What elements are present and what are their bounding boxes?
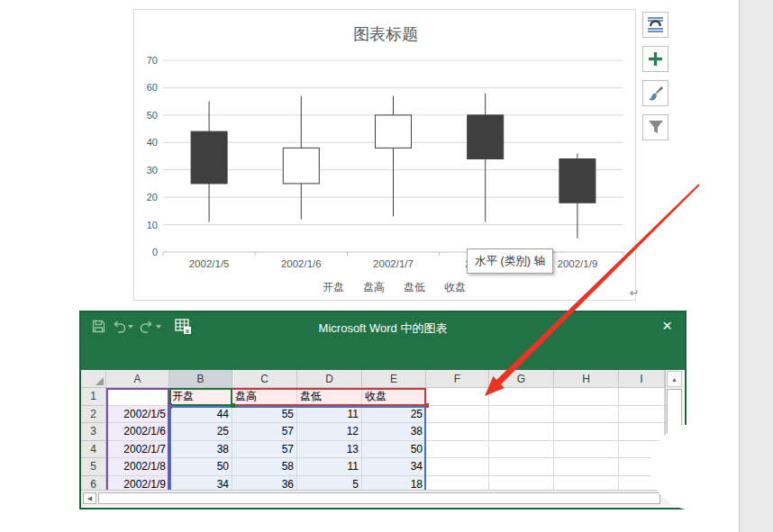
column-header-G[interactable]: G: [489, 370, 554, 388]
cell[interactable]: 2002/1/9: [106, 476, 169, 491]
y-tick-label[interactable]: 40: [147, 137, 158, 148]
cell[interactable]: [426, 406, 489, 424]
cell[interactable]: [554, 406, 619, 424]
scroll-up-icon[interactable]: ▲: [667, 371, 682, 387]
legend-item[interactable]: 收盘: [444, 281, 466, 293]
cell[interactable]: 36: [232, 476, 297, 491]
excel-window-titlebar[interactable]: x Microsoft Word 中的图表 ×: [81, 312, 685, 370]
cell[interactable]: 收盘: [362, 388, 426, 406]
cell[interactable]: 44: [169, 406, 232, 424]
layout-options-button[interactable]: [642, 12, 668, 38]
cell[interactable]: 55: [232, 406, 297, 424]
cell[interactable]: [106, 388, 169, 406]
cell[interactable]: 58: [232, 458, 297, 476]
cell[interactable]: 盘高: [232, 388, 297, 406]
y-tick-label[interactable]: 10: [147, 220, 158, 230]
cell[interactable]: [426, 458, 489, 476]
cell[interactable]: 盘低: [297, 388, 362, 406]
legend-item[interactable]: 开盘: [323, 281, 344, 293]
y-tick-label[interactable]: 50: [147, 110, 158, 121]
chart-object-frame[interactable]: 图表标题0102030405060702002/1/52002/1/62002/…: [133, 9, 636, 301]
cell[interactable]: 5: [297, 476, 362, 491]
column-header-H[interactable]: H: [554, 370, 619, 388]
column-header-D[interactable]: D: [297, 370, 362, 388]
cell[interactable]: [426, 388, 489, 406]
cell[interactable]: [489, 423, 554, 441]
cell[interactable]: [619, 406, 665, 424]
horizontal-scroll-thumb[interactable]: [98, 492, 660, 504]
cell[interactable]: 11: [297, 406, 362, 424]
cell[interactable]: [554, 441, 619, 459]
cell[interactable]: [426, 423, 489, 441]
legend-item[interactable]: 盘低: [404, 281, 425, 293]
y-tick-label[interactable]: 0: [152, 247, 158, 257]
cell[interactable]: [554, 388, 619, 406]
cell[interactable]: [489, 406, 554, 424]
row-header-6[interactable]: 6: [81, 476, 106, 491]
select-all-cell[interactable]: [81, 370, 106, 388]
y-tick-label[interactable]: 30: [147, 165, 158, 176]
chart-styles-button[interactable]: [642, 80, 668, 106]
cell[interactable]: [554, 458, 619, 476]
legend-item[interactable]: 盘高: [363, 281, 385, 293]
cell[interactable]: [554, 423, 619, 441]
x-tick-label[interactable]: 2002/1/9: [558, 258, 598, 269]
cell[interactable]: 2002/1/6: [106, 423, 169, 441]
spreadsheet-grid[interactable]: ABCDEFGHI1开盘盘高盘低收盘22002/1/54455112532002…: [81, 370, 685, 490]
cell[interactable]: [426, 441, 489, 459]
cell[interactable]: 57: [232, 423, 297, 441]
cell[interactable]: 34: [169, 476, 232, 491]
row-header-5[interactable]: 5: [81, 458, 106, 476]
cell[interactable]: 2002/1/8: [106, 458, 169, 476]
column-header-A[interactable]: A: [106, 370, 169, 388]
row-header-1[interactable]: 1: [81, 388, 106, 406]
cell[interactable]: 34: [362, 458, 426, 476]
cell[interactable]: [426, 476, 489, 491]
cell[interactable]: 57: [232, 441, 297, 459]
x-tick-label[interactable]: 2002/1/6: [281, 258, 322, 269]
column-header-C[interactable]: C: [232, 370, 297, 388]
column-header-F[interactable]: F: [426, 370, 489, 388]
close-button[interactable]: ×: [662, 316, 672, 336]
excel-data-window[interactable]: x Microsoft Word 中的图表 × ABCDEFGHI1开盘盘高盘低…: [79, 311, 687, 509]
y-tick-label[interactable]: 20: [147, 192, 158, 203]
cell[interactable]: 13: [297, 441, 362, 459]
cell[interactable]: 25: [362, 406, 426, 424]
cell[interactable]: 开盘: [169, 388, 232, 406]
cell[interactable]: [489, 476, 554, 491]
row-header-4[interactable]: 4: [81, 441, 106, 459]
row-header-3[interactable]: 3: [81, 423, 106, 441]
horizontal-scrollbar[interactable]: ◀: [81, 490, 685, 506]
candlestick[interactable]: [191, 131, 227, 184]
cell[interactable]: [489, 388, 554, 406]
y-tick-label[interactable]: 70: [147, 55, 158, 66]
cell[interactable]: 38: [362, 423, 426, 441]
candlestick[interactable]: [376, 115, 412, 149]
cell[interactable]: 50: [362, 441, 426, 459]
cell[interactable]: [554, 476, 619, 491]
cell[interactable]: 50: [169, 458, 232, 476]
cell[interactable]: 12: [297, 423, 362, 441]
x-tick-label[interactable]: 2002/1/5: [189, 258, 230, 269]
column-header-E[interactable]: E: [362, 370, 426, 388]
cell[interactable]: 18: [362, 476, 426, 491]
chart-filters-button[interactable]: [642, 114, 668, 140]
candlestick[interactable]: [468, 115, 504, 159]
cell[interactable]: 2002/1/7: [106, 441, 169, 459]
row-header-2[interactable]: 2: [81, 406, 106, 424]
candlestick[interactable]: [559, 159, 596, 203]
chart-elements-button[interactable]: [642, 46, 668, 72]
cell[interactable]: [489, 441, 554, 459]
scroll-left-icon[interactable]: ◀: [83, 492, 96, 504]
column-header-I[interactable]: I: [619, 370, 665, 388]
candlestick[interactable]: [283, 148, 319, 184]
cell[interactable]: 2002/1/5: [106, 406, 169, 424]
cell[interactable]: 11: [297, 458, 362, 476]
y-tick-label[interactable]: 60: [147, 82, 158, 93]
cell[interactable]: [619, 388, 665, 406]
column-header-B[interactable]: B: [169, 370, 232, 388]
x-tick-label[interactable]: 2002/1/7: [373, 258, 414, 269]
cell[interactable]: 25: [169, 423, 232, 441]
cell[interactable]: [489, 458, 554, 476]
chart-title[interactable]: 图表标题: [353, 25, 418, 43]
